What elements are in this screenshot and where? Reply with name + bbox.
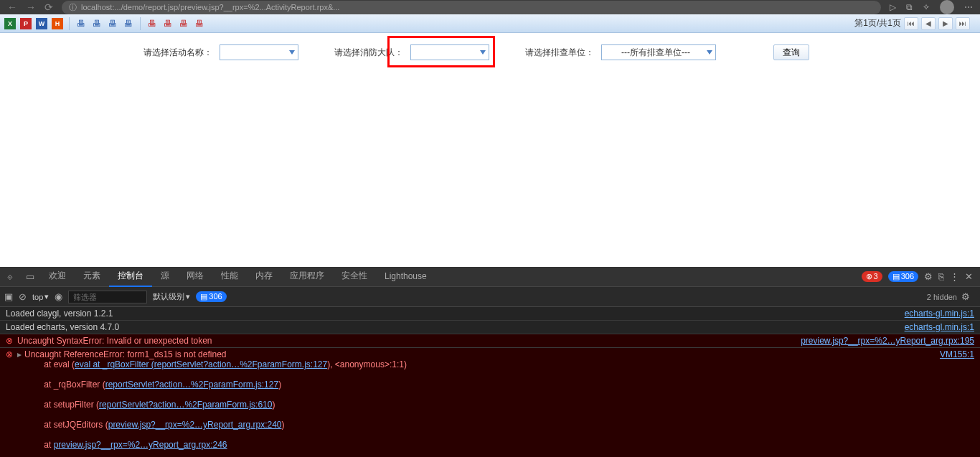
- tab-performance[interactable]: 性能: [212, 267, 247, 287]
- devtools-panel: ⟐ ▭ 欢迎 元素 控制台 源 网络 性能 内存 应用程序 安全性 Lighth…: [0, 267, 980, 457]
- stack-link[interactable]: reportServlet?action…%2FparamForm.js:610: [99, 400, 272, 410]
- console-toggle-icon[interactable]: ▣: [4, 291, 13, 302]
- select-brigade[interactable]: [410, 44, 489, 60]
- label-activity: 请选择活动名称：: [143, 47, 212, 59]
- close-icon[interactable]: ✕: [965, 271, 973, 282]
- hidden-count: 2 hidden: [927, 293, 957, 301]
- nav-forward-icon[interactable]: →: [26, 1, 36, 13]
- log-source-link[interactable]: VM155:1: [940, 349, 974, 457]
- stack-link[interactable]: reportServlet?action…%2FparamForm.js:127: [105, 380, 278, 390]
- console-controls: ▣ ⊘ top ▾ ◉ 默认级别 ▾ ▤306 2 hidden ⚙: [0, 287, 980, 307]
- level-selector[interactable]: 默认级别 ▾: [153, 291, 190, 302]
- print-red-icon-2[interactable]: 🖶: [162, 18, 174, 29]
- more-icon[interactable]: ⋮: [950, 271, 959, 282]
- export-pdf-icon[interactable]: P: [20, 18, 32, 29]
- tab-security[interactable]: 安全性: [333, 267, 376, 287]
- label-brigade: 请选择消防大队：: [334, 47, 403, 59]
- export-word-icon[interactable]: W: [36, 18, 47, 29]
- log-source-link[interactable]: echarts-gl.min.js:1: [905, 308, 974, 319]
- expand-triangle-icon[interactable]: ▸: [17, 349, 22, 359]
- print-red-icon-1[interactable]: 🖶: [146, 18, 158, 29]
- report-viewer: X P W H 🖶 🖶 🖶 🖶 🖶 🖶 🖶 🖶 第1页/共1页 ⏮ ◀ ▶ ⏭: [0, 14, 980, 267]
- chevron-down-icon: [289, 50, 295, 55]
- share-icon[interactable]: ▷: [890, 2, 896, 12]
- url-text: localhost:.../demo/report.jsp/preview.js…: [81, 3, 339, 11]
- nav-reload-icon[interactable]: ⟳: [44, 1, 53, 13]
- print-icon-2[interactable]: 🖶: [91, 18, 103, 29]
- settings-gear-icon[interactable]: ⚙: [961, 291, 970, 302]
- tab-sources[interactable]: 源: [152, 267, 178, 287]
- tab-console[interactable]: 控制台: [109, 267, 152, 287]
- print-icon-3[interactable]: 🖶: [107, 18, 118, 29]
- message-count-badge[interactable]: ▤306: [888, 271, 918, 282]
- export-excel-icon[interactable]: X: [4, 18, 16, 29]
- filter-form: 请选择活动名称： 请选择消防大队： 请选择排查单位： ---所有排查单位--- …: [0, 33, 980, 72]
- select-unit[interactable]: ---所有排查单位---: [601, 44, 716, 60]
- collections-icon[interactable]: ✧: [923, 2, 930, 12]
- filter-input[interactable]: [68, 291, 147, 303]
- menu-icon[interactable]: ⋯: [964, 2, 973, 12]
- log-source-link[interactable]: preview.jsp?__rpx=%2…yReport_arg.rpx:195: [801, 336, 974, 346]
- eye-icon[interactable]: ◉: [55, 291, 62, 302]
- tabs-icon[interactable]: ⧉: [906, 2, 913, 12]
- tab-application[interactable]: 应用程序: [281, 267, 333, 287]
- select-activity[interactable]: [220, 44, 298, 60]
- level-count-badge[interactable]: ▤306: [196, 291, 226, 302]
- dock-icon[interactable]: ⎘: [938, 271, 944, 282]
- stack-link[interactable]: preview.jsp?__rpx=%2…yReport_arg.rpx:246: [54, 440, 227, 450]
- tab-network[interactable]: 网络: [178, 267, 212, 287]
- export-html-icon[interactable]: H: [52, 18, 63, 29]
- tab-welcome[interactable]: 欢迎: [40, 267, 75, 287]
- nav-back-icon[interactable]: ←: [7, 1, 17, 13]
- console-output: Loaded claygl, version 1.2.1echarts-gl.m…: [0, 307, 980, 457]
- tab-lighthouse[interactable]: Lighthouse: [376, 267, 435, 287]
- clear-console-icon[interactable]: ⊘: [19, 291, 27, 302]
- pagination-text: 第1页/共1页: [854, 17, 901, 29]
- page-prev-button[interactable]: ◀: [921, 17, 936, 30]
- error-icon: ⊗: [6, 336, 13, 346]
- log-source-link[interactable]: echarts-gl.min.js:1: [905, 322, 974, 332]
- devtools-tabs: ⟐ ▭ 欢迎 元素 控制台 源 网络 性能 内存 应用程序 安全性 Lighth…: [0, 267, 980, 287]
- avatar-icon[interactable]: [940, 0, 954, 14]
- error-icon: ⊗: [6, 349, 13, 359]
- page-last-button[interactable]: ⏭: [956, 17, 970, 30]
- label-unit: 请选择排查单位：: [525, 47, 594, 59]
- print-icon-1[interactable]: 🖶: [75, 18, 87, 29]
- log-message: Loaded claygl, version 1.2.1: [6, 308, 905, 319]
- tab-memory[interactable]: 内存: [247, 267, 281, 287]
- device-icon[interactable]: ▭: [20, 271, 40, 282]
- chevron-down-icon: [707, 50, 712, 55]
- log-message: Loaded echarts, version 4.7.0: [6, 322, 905, 332]
- browser-address-bar: ← → ⟳ ⓘ localhost:.../demo/report.jsp/pr…: [0, 0, 980, 14]
- gear-icon[interactable]: ⚙: [924, 271, 933, 282]
- page-next-button[interactable]: ▶: [938, 17, 953, 30]
- url-field[interactable]: ⓘ localhost:.../demo/report.jsp/preview.…: [62, 1, 881, 14]
- chevron-down-icon: [480, 50, 486, 55]
- query-button[interactable]: 查询: [773, 44, 809, 60]
- inspect-icon[interactable]: ⟐: [0, 271, 20, 282]
- stack-link[interactable]: preview.jsp?__rpx=%2…yReport_arg.rpx:240: [108, 420, 282, 430]
- error-count-badge[interactable]: ⊗3: [862, 271, 882, 282]
- report-toolbar: X P W H 🖶 🖶 🖶 🖶 🖶 🖶 🖶 🖶 第1页/共1页 ⏮ ◀ ▶ ⏭: [0, 14, 980, 33]
- stack-link[interactable]: eval at _rqBoxFilter (reportServlet?acti…: [75, 359, 327, 369]
- print-icon-4[interactable]: 🖶: [123, 18, 134, 29]
- tab-elements[interactable]: 元素: [75, 267, 109, 287]
- log-message: ⊗▸Uncaught ReferenceError: form1_ds15 is…: [6, 349, 940, 457]
- print-red-icon-4[interactable]: 🖶: [194, 18, 205, 29]
- print-red-icon-3[interactable]: 🖶: [178, 18, 189, 29]
- page-first-button[interactable]: ⏮: [904, 17, 918, 30]
- context-selector[interactable]: top ▾: [32, 292, 49, 301]
- log-message: ⊗Uncaught SyntaxError: Invalid or unexpe…: [6, 336, 801, 346]
